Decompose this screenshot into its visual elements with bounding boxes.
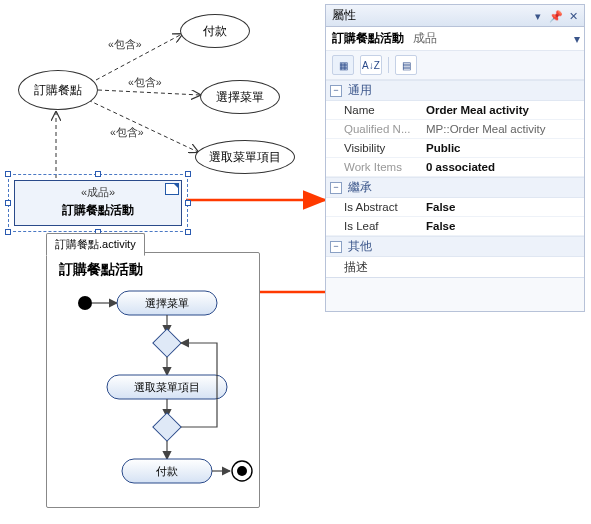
prop-row-qualified-name[interactable]: Qualified N... MP::Order Meal activity [326, 120, 584, 139]
close-icon[interactable]: ✕ [566, 10, 580, 23]
prop-key: Is Leaf [326, 217, 422, 235]
prop-row-work-items[interactable]: Work Items 0 associated [326, 158, 584, 177]
prop-value: MP::Order Meal activity [422, 120, 584, 138]
prop-value[interactable]: 0 associated [422, 158, 584, 176]
prop-value[interactable]: False [422, 217, 584, 235]
activity-tab[interactable]: 訂購餐點.activity [46, 233, 145, 256]
collapse-icon[interactable]: − [330, 85, 342, 97]
prop-section-label: 通用 [348, 83, 372, 98]
activity-node-label: 付款 [156, 465, 178, 477]
pin-icon[interactable]: 📌 [549, 10, 563, 23]
prop-value[interactable]: Order Meal activity [422, 101, 584, 119]
prop-row-visibility[interactable]: Visibility Public [326, 139, 584, 158]
sort-alpha-button[interactable]: A↓Z [360, 55, 382, 75]
usecase-choose-menu[interactable]: 選擇菜單 [200, 80, 280, 114]
collapse-icon[interactable]: − [330, 182, 342, 194]
usecase-order-meal[interactable]: 訂購餐點 [18, 70, 98, 110]
prop-section-label: 繼承 [348, 180, 372, 195]
properties-object-kind: 成品 [413, 31, 437, 45]
prop-row-description[interactable]: 描述 [326, 257, 584, 277]
prop-key: 描述 [326, 257, 422, 277]
artifact-icon [165, 183, 179, 195]
prop-key: Name [326, 101, 422, 119]
properties-pane: 屬性 ▾ 📌 ✕ 訂購餐點活動 成品 ▾ ▦ A↓Z ▤ − 通用 Name O… [325, 4, 585, 312]
prop-key: Work Items [326, 158, 422, 176]
properties-object-header[interactable]: 訂購餐點活動 成品 ▾ [326, 27, 584, 51]
activity-node-label: 選取菜單項目 [134, 381, 200, 393]
prop-section-inheritance[interactable]: − 繼承 [326, 177, 584, 198]
properties-title: 屬性 [332, 7, 356, 24]
activity-initial-node[interactable] [78, 296, 92, 310]
prop-value[interactable]: Public [422, 139, 584, 157]
activity-node-label: 選擇菜單 [145, 297, 189, 309]
prop-section-general[interactable]: − 通用 [326, 80, 584, 101]
prop-section-misc[interactable]: − 其他 [326, 236, 584, 257]
categorize-button[interactable]: ▦ [332, 55, 354, 75]
dropdown-icon[interactable]: ▾ [531, 10, 545, 23]
property-pages-button[interactable]: ▤ [395, 55, 417, 75]
prop-key: Qualified N... [326, 120, 422, 138]
properties-toolbar: ▦ A↓Z ▤ [326, 51, 584, 80]
activity-decision-2[interactable] [153, 413, 181, 441]
artifact-order-meal-activity[interactable]: «成品» 訂購餐點活動 [14, 180, 182, 226]
chevron-down-icon[interactable]: ▾ [574, 32, 580, 46]
properties-grid: − 通用 Name Order Meal activity Qualified … [326, 80, 584, 277]
activity-diagram-frame: 訂購餐點.activity 訂購餐點活動 選擇菜單 選取菜單項目 付款 [46, 252, 260, 508]
usecase-select-menu-item[interactable]: 選取菜單項目 [195, 140, 295, 174]
activity-title: 訂購餐點活動 [59, 261, 143, 279]
artifact-stereotype: «成品» [15, 185, 181, 200]
properties-object-name: 訂購餐點活動 [332, 31, 404, 45]
collapse-icon[interactable]: − [330, 241, 342, 253]
prop-section-label: 其他 [348, 239, 372, 254]
prop-key: Visibility [326, 139, 422, 157]
usecase-pay[interactable]: 付款 [180, 14, 250, 48]
artifact-title: 訂購餐點活動 [15, 202, 181, 219]
activity-final-node-inner [237, 466, 247, 476]
prop-value[interactable] [422, 257, 584, 277]
prop-value[interactable]: False [422, 198, 584, 216]
prop-row-name[interactable]: Name Order Meal activity [326, 101, 584, 120]
prop-key: Is Abstract [326, 198, 422, 216]
prop-row-is-leaf[interactable]: Is Leaf False [326, 217, 584, 236]
activity-decision-1[interactable] [153, 329, 181, 357]
properties-titlebar[interactable]: 屬性 ▾ 📌 ✕ [326, 5, 584, 27]
properties-description-area [326, 277, 584, 311]
prop-row-is-abstract[interactable]: Is Abstract False [326, 198, 584, 217]
